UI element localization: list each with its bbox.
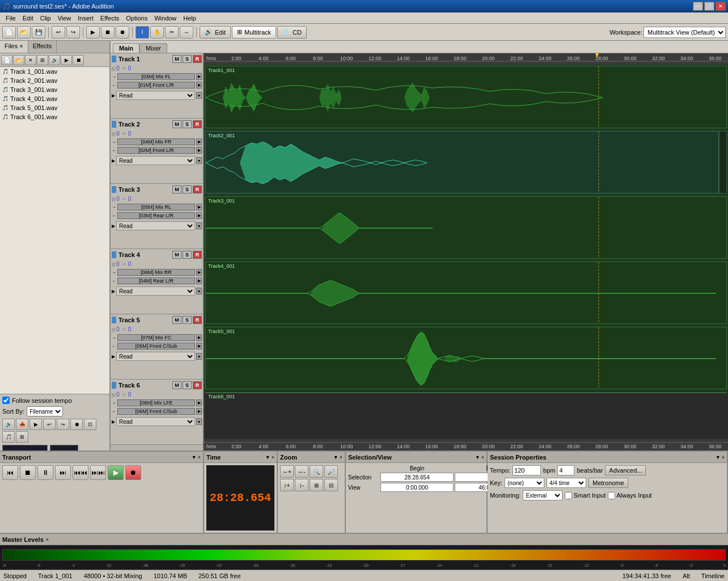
panel-tab-files[interactable]: Files × (0, 41, 28, 53)
zoom-expand[interactable]: ▼ (333, 454, 338, 460)
track-5-expand[interactable]: ▶ (112, 354, 115, 359)
track-3-mute[interactable]: M (172, 186, 181, 193)
zoom-in[interactable]: 🔍 (310, 465, 323, 478)
menu-view[interactable]: View (54, 14, 75, 23)
key-select[interactable]: (none) (505, 478, 544, 488)
track-6-read[interactable]: Read (116, 417, 195, 426)
track-3-read[interactable]: Read (116, 221, 195, 230)
track-1-record[interactable]: R (193, 55, 202, 63)
track-4-solo[interactable]: S (183, 251, 192, 259)
transport-to-end[interactable]: ⏭ (55, 465, 71, 480)
track-4-route-out-expand[interactable]: ▶ (196, 269, 202, 276)
track-1-solo[interactable]: S (183, 55, 192, 63)
track-4-route-in[interactable]: [04M] Rear L/R (117, 277, 195, 284)
file-item[interactable]: 🎵Track 3_001.wav (0, 85, 109, 94)
transport-play[interactable]: ▶ (108, 465, 124, 480)
track-2-route-in[interactable]: [02M] Front L/R (117, 147, 195, 154)
sel-begin-input[interactable] (380, 473, 454, 482)
track-2-expand[interactable]: ▶ (112, 158, 115, 163)
transport-expand[interactable]: ▼ (192, 454, 197, 460)
toolbar-record[interactable]: ⏺ (116, 26, 129, 39)
track-3-record[interactable]: R (193, 186, 202, 193)
pb-btn-9[interactable]: ⊞ (16, 431, 28, 443)
menu-window[interactable]: Window (151, 14, 180, 23)
track-4-route-out[interactable]: [06M] Mix RR (117, 269, 195, 276)
toolbar-open[interactable]: 📂 (17, 26, 31, 39)
track-5-route-out-expand[interactable]: ▶ (196, 334, 202, 341)
track-6-route-in-expand[interactable]: ▶ (196, 408, 202, 415)
pb-btn-7[interactable]: ⊡ (84, 419, 96, 430)
tab-main[interactable]: Main (113, 43, 139, 53)
toolbar-select[interactable]: I (136, 26, 149, 39)
panel-tool-5[interactable]: 🔊 (49, 55, 60, 65)
panel-tool-1[interactable]: 📄 (1, 55, 12, 65)
tempo-input[interactable] (513, 465, 541, 475)
workspace-select[interactable]: Multitrack View (Default) (644, 27, 726, 38)
track-1-waveform[interactable]: Track1_001 (204, 65, 728, 130)
advanced-button[interactable]: Advanced... (605, 465, 646, 475)
transport-close[interactable]: × (198, 454, 201, 460)
pb-btn-4[interactable]: ↩ (43, 419, 56, 430)
follow-tempo-checkbox[interactable] (2, 397, 10, 404)
minimize-button[interactable]: — (693, 2, 703, 11)
track-3-read-expand[interactable]: ▼ (196, 222, 202, 229)
panel-tool-7[interactable]: ⏹ (73, 55, 84, 65)
session-expand[interactable]: ▼ (716, 454, 721, 460)
smart-input-checkbox[interactable] (565, 492, 572, 499)
toolbar-undo[interactable]: ↩ (52, 26, 65, 39)
beats-input[interactable] (557, 465, 574, 475)
track-3-solo[interactable]: S (183, 186, 192, 193)
file-item[interactable]: 🎵Track 6_001.wav (0, 112, 109, 121)
track-5-waveform[interactable]: Track5_001 (204, 326, 728, 391)
pb-btn-5[interactable]: ↪ (57, 419, 69, 430)
track-6-route-out-expand[interactable]: ▶ (196, 399, 202, 406)
zoom-fit-v[interactable]: ⊟ (324, 479, 338, 491)
toolbar-save[interactable]: 💾 (32, 26, 45, 39)
master-levels-close[interactable]: × (46, 537, 49, 542)
menu-options[interactable]: Options (122, 14, 151, 23)
track-4-expand[interactable]: ▶ (112, 289, 115, 294)
menu-effects[interactable]: Effects (97, 14, 122, 23)
track-2-solo[interactable]: S (183, 120, 192, 128)
sort-by-select[interactable]: Filename (27, 406, 63, 416)
menu-insert[interactable]: Insert (74, 14, 97, 23)
track-3-route-out[interactable]: [05M] Mix RL (117, 204, 195, 210)
monitoring-select[interactable]: External (523, 490, 562, 500)
transport-pause[interactable]: ⏸ (37, 465, 53, 480)
pb-btn-6[interactable]: ⏺ (70, 419, 83, 430)
track-5-read-expand[interactable]: ▼ (196, 353, 202, 360)
toolbar-new[interactable]: 📄 (2, 26, 16, 39)
selection-close[interactable]: × (481, 454, 484, 460)
track-6-mute[interactable]: M (172, 381, 181, 389)
track-6-route-out[interactable]: [08M] Mix LFE (117, 399, 195, 406)
track-5-read[interactable]: Read (116, 352, 195, 361)
timeline-ruler[interactable]: hms 2:00 4:00 6:00 8:00 10:00 12:00 14:0… (204, 53, 728, 65)
track-3-route-in-expand[interactable]: ▶ (196, 212, 202, 219)
track-4-mute[interactable]: M (172, 251, 181, 259)
track-2-mute[interactable]: M (172, 120, 181, 128)
waveform-tracks[interactable]: Track1_001 (204, 65, 728, 439)
track-5-solo[interactable]: S (183, 316, 192, 324)
panel-tool-6[interactable]: ▶ (61, 55, 72, 65)
track-3-route-in[interactable]: [03M] Rear L/R (117, 212, 195, 219)
track-5-mute[interactable]: M (172, 316, 181, 324)
zoom-in-v[interactable]: ↕+ (280, 479, 294, 491)
track-1-route-out-expand[interactable]: ▶ (196, 73, 202, 80)
track-1-route-out[interactable]: [03M] Mix FL (117, 73, 195, 80)
track-6-route-in[interactable]: [06M] Front C/Sub (117, 408, 195, 415)
track-3-route-out-expand[interactable]: ▶ (196, 204, 202, 210)
time-expand[interactable]: ▼ (265, 454, 270, 460)
toolbar-stop[interactable]: ⏹ (101, 26, 115, 39)
track-1-route-in-expand[interactable]: ▶ (196, 82, 202, 89)
toolbar-redo[interactable]: ↪ (66, 26, 80, 39)
time-close[interactable]: × (272, 454, 274, 460)
track-2-read[interactable]: Read (116, 156, 195, 165)
track-6-read-expand[interactable]: ▼ (196, 418, 202, 425)
toolbar-tab-multitrack[interactable]: ⊞ Multitrack (232, 26, 276, 39)
track-4-read[interactable]: Read (116, 287, 195, 296)
panel-tab-effects[interactable]: Effects (28, 41, 57, 53)
panel-tool-4[interactable]: ⊞ (37, 55, 48, 65)
zoom-fit-h[interactable]: ⊞ (310, 479, 323, 491)
toolbar-slip[interactable]: ↔ (180, 26, 193, 39)
pb-btn-1[interactable]: 🔊 (2, 419, 15, 430)
